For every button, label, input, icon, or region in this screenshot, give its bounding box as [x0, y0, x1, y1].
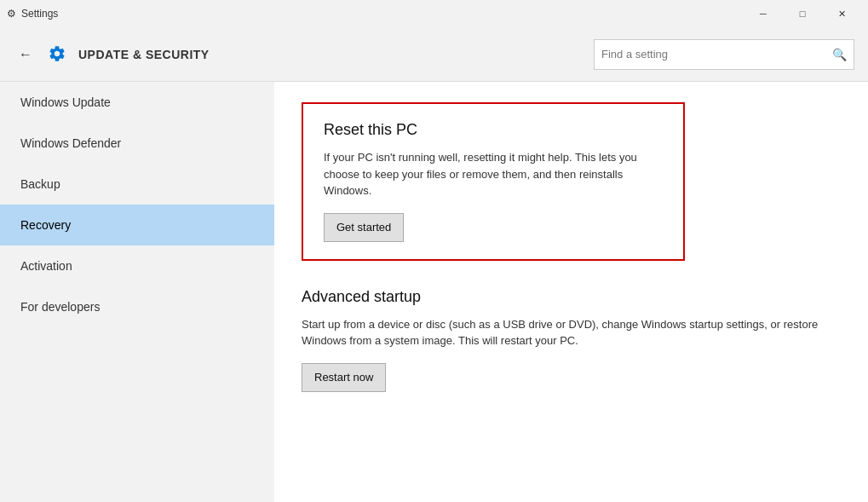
close-button[interactable]: ✕	[822, 0, 861, 27]
main-layout: Windows Update Windows Defender Backup R…	[0, 82, 868, 502]
sidebar: Windows Update Windows Defender Backup R…	[0, 82, 274, 502]
content-area: Reset this PC If your PC isn't running w…	[274, 82, 868, 502]
titlebar: ⚙ Settings ─ □ ✕	[0, 0, 868, 27]
sidebar-item-windows-update[interactable]: Windows Update	[0, 82, 274, 123]
get-started-button[interactable]: Get started	[324, 213, 404, 242]
sidebar-item-for-developers[interactable]: For developers	[0, 286, 274, 327]
sidebar-item-backup[interactable]: Backup	[0, 164, 274, 205]
maximize-button[interactable]: □	[783, 0, 822, 27]
header-title: UPDATE & SECURITY	[78, 48, 583, 61]
app-name: Settings	[21, 8, 58, 20]
advanced-startup-title: Advanced startup	[302, 288, 841, 306]
titlebar-controls: ─ □ ✕	[744, 0, 861, 27]
back-button[interactable]: ←	[14, 43, 37, 66]
reset-pc-description: If your PC isn't running well, resetting…	[324, 149, 663, 199]
app-header: ← UPDATE & SECURITY 🔍	[0, 27, 868, 82]
settings-gear-icon	[48, 44, 68, 65]
search-box: 🔍	[594, 39, 854, 70]
sidebar-item-windows-defender[interactable]: Windows Defender	[0, 123, 274, 164]
sidebar-item-activation[interactable]: Activation	[0, 245, 274, 286]
reset-pc-title: Reset this PC	[324, 121, 663, 139]
search-input[interactable]	[601, 48, 827, 61]
titlebar-left: ⚙ Settings	[7, 8, 58, 20]
sidebar-item-recovery[interactable]: Recovery	[0, 205, 274, 245]
advanced-startup-section: Advanced startup Start up from a device …	[302, 288, 841, 392]
minimize-button[interactable]: ─	[744, 0, 783, 27]
settings-icon: ⚙	[7, 8, 16, 20]
search-icon: 🔍	[832, 48, 847, 61]
advanced-startup-description: Start up from a device or disc (such as …	[302, 316, 841, 349]
restart-now-button[interactable]: Restart now	[302, 363, 386, 392]
reset-pc-section: Reset this PC If your PC isn't running w…	[302, 102, 685, 261]
